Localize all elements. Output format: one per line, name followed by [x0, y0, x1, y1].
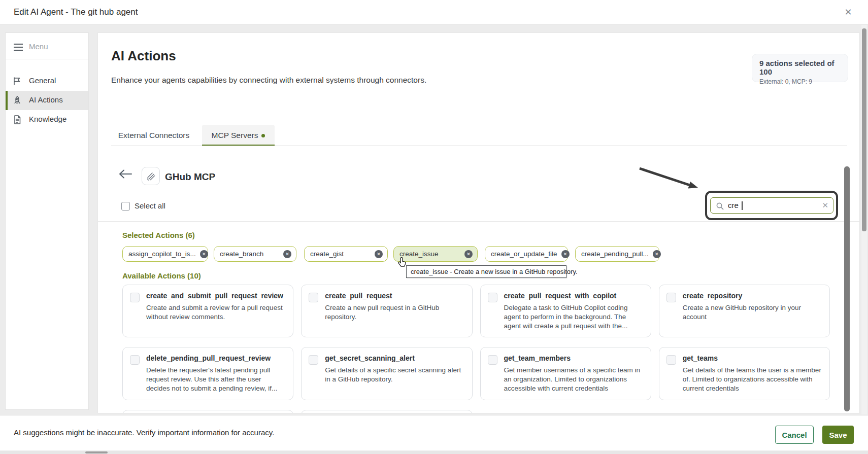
chip-tooltip: create_issue - Create a new issue in a G… [406, 265, 566, 278]
footer-bar: AI suggestions might be inaccurate. Veri… [0, 415, 868, 450]
tab-label: MCP Servers [212, 131, 258, 139]
active-tab-dot [261, 134, 265, 137]
action-checkbox[interactable] [488, 293, 497, 302]
chip-remove-icon[interactable]: ✕ [464, 250, 473, 258]
chip-remove-icon[interactable]: ✕ [375, 250, 383, 258]
selection-count-badge: 9 actions selected of 100 External: 0, M… [752, 54, 848, 82]
dialog-scrollbar-thumb[interactable] [862, 28, 866, 231]
sidebar-item-label: Knowledge [29, 115, 66, 123]
ai-disclaimer-text: AI suggestions might be inaccurate. Veri… [14, 428, 274, 437]
action-card[interactable]: delete_pending_pull_request_review Delet… [122, 347, 293, 400]
chip-label: create_branch [220, 250, 263, 258]
action-description: Get member usernames of a specific team … [504, 366, 644, 393]
page-description: Enhance your agents capabilities by conn… [111, 76, 426, 85]
sidebar-item-label: AI Actions [29, 95, 63, 104]
action-checkbox[interactable] [309, 355, 318, 365]
available-actions-grid: create_and_submit_pull_request_review Cr… [122, 285, 830, 413]
action-checkbox[interactable] [488, 355, 497, 365]
mcp-server-icon [142, 167, 160, 185]
select-all-label: Select all [135, 201, 165, 210]
search-icon [716, 202, 724, 211]
action-card[interactable]: create_and_submit_pull_request_review Cr… [122, 285, 293, 337]
horizontal-scrollbar-thumb[interactable] [85, 451, 108, 453]
chip-remove-icon[interactable]: ✕ [653, 250, 661, 258]
selection-count-subtitle: External: 0, MCP: 9 [759, 78, 841, 85]
dialog-title: Edit AI Agent - The git hub agent [14, 0, 138, 24]
back-button[interactable] [118, 169, 133, 183]
chip-create-branch[interactable]: create_branch ✕ [214, 246, 296, 262]
chip-label: create_or_update_file [491, 250, 557, 258]
action-title: delete_pending_pull_request_review [146, 354, 286, 362]
action-checkbox[interactable] [130, 355, 140, 365]
main-panel: AI Actions Enhance your agents capabilit… [97, 32, 860, 413]
action-description: Get details of a specific secret scannin… [325, 366, 464, 384]
page-bottom-strip [0, 451, 868, 454]
action-checkbox[interactable] [130, 293, 140, 302]
action-title: create_pull_request_with_copilot [504, 292, 644, 300]
chip-remove-icon[interactable]: ✕ [200, 250, 208, 258]
action-card[interactable]: get_secret_scanning_alert Get details of… [301, 347, 472, 400]
selected-actions-heading: Selected Actions (6) [122, 231, 195, 239]
action-card[interactable]: get_teams Get details of the teams the u… [659, 347, 830, 400]
sidebar: Menu General AI Actions Knowledge [5, 32, 89, 410]
search-value: cre [728, 201, 739, 209]
action-title: get_secret_scanning_alert [325, 354, 464, 362]
search-clear-icon[interactable]: ✕ [822, 201, 828, 210]
dialog-titlebar: Edit AI Agent - The git hub agent ✕ [0, 0, 868, 24]
sidebar-item-general[interactable]: General [6, 72, 88, 91]
document-icon [12, 115, 22, 125]
chip-create-pending-pull[interactable]: create_pending_pull... ✕ [575, 246, 659, 262]
chip-remove-icon[interactable]: ✕ [561, 250, 570, 258]
tab-mcp-servers[interactable]: MCP Servers [202, 125, 275, 146]
action-card[interactable]: get_team_members Get member usernames of… [480, 347, 651, 400]
sidebar-item-ai-actions[interactable]: AI Actions [6, 91, 88, 110]
action-title: create_pull_request [325, 292, 464, 300]
chip-label: create_gist [310, 250, 344, 258]
page-title: AI Actions [111, 48, 176, 64]
action-title: get_team_members [504, 354, 644, 362]
rocket-icon [12, 95, 22, 106]
selection-count-title: 9 actions selected of 100 [759, 59, 841, 76]
select-all-checkbox[interactable] [121, 202, 130, 211]
action-description: Delegate a task to GitHub Copilot coding… [504, 303, 644, 330]
action-title: get_teams [683, 354, 822, 362]
save-button[interactable]: Save [822, 426, 854, 444]
tabs-divider [111, 146, 847, 146]
action-description: Delete the requester's latest pending pu… [146, 366, 286, 393]
action-card[interactable]: create_pull_request_with_copilot Delegat… [480, 285, 651, 337]
list-scrollbar-thumb[interactable] [844, 166, 850, 411]
action-card[interactable]: create_repository Create a new GitHub re… [659, 285, 830, 337]
menu-row: Menu [6, 40, 88, 55]
menu-label: Menu [29, 42, 48, 51]
search-input[interactable]: cre ✕ [710, 197, 833, 214]
action-description: Create a new pull request in a GitHub re… [325, 303, 464, 322]
chip-remove-icon[interactable]: ✕ [283, 250, 291, 258]
chip-label: assign_copilot_to_is... [128, 250, 196, 258]
back-arrow-icon [118, 169, 132, 179]
close-icon[interactable]: ✕ [842, 6, 855, 19]
action-title: create_and_submit_pull_request_review [146, 292, 286, 300]
server-name: GHub MCP [165, 171, 215, 183]
action-title: create_repository [683, 292, 822, 300]
action-checkbox[interactable] [666, 293, 676, 302]
sidebar-item-label: General [29, 76, 56, 85]
tab-label: External Connectors [118, 131, 189, 139]
action-description: Get details of the teams the user is a m… [683, 366, 822, 393]
available-actions-heading: Available Actions (10) [122, 271, 201, 280]
text-caret [742, 201, 743, 210]
chip-create-gist[interactable]: create_gist ✕ [304, 246, 388, 262]
divider [98, 221, 860, 222]
tab-external-connectors[interactable]: External Connectors [113, 125, 194, 146]
action-card-partial[interactable] [301, 410, 472, 413]
hamburger-icon[interactable] [14, 44, 23, 51]
action-card[interactable]: create_pull_request Create a new pull re… [301, 285, 472, 337]
action-description: Create a new GitHub repository in your a… [683, 303, 822, 322]
cancel-button[interactable]: Cancel [775, 426, 814, 444]
action-card-partial[interactable] [122, 410, 293, 413]
action-checkbox[interactable] [309, 293, 318, 302]
chip-assign-copilot-to-issue[interactable]: assign_copilot_to_is... ✕ [122, 246, 208, 262]
action-checkbox[interactable] [666, 355, 676, 365]
chip-label: create_pending_pull... [581, 250, 649, 258]
chip-create-or-update-file[interactable]: create_or_update_file ✕ [485, 246, 568, 262]
sidebar-item-knowledge[interactable]: Knowledge [6, 110, 88, 129]
